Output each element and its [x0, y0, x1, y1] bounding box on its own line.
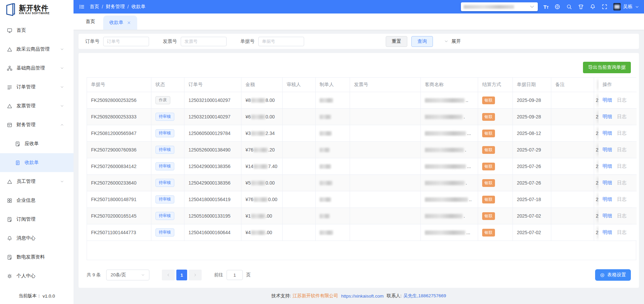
cell-customer: .. — [421, 92, 478, 109]
redacted-customer — [425, 148, 464, 152]
detail-link[interactable]: 明细 — [603, 229, 612, 236]
log-link[interactable]: 日志 — [617, 213, 626, 219]
redacted-maker — [320, 115, 331, 119]
cell-status: 待审核 — [151, 208, 184, 224]
filter-panel: 订单号 发票号 单据号 重置 查询 展开 — [79, 34, 639, 49]
order-no-input[interactable] — [103, 37, 149, 46]
current-page[interactable]: 1 — [176, 270, 187, 280]
reset-button[interactable]: 重置 — [386, 36, 407, 47]
log-link[interactable]: 日志 — [617, 180, 626, 186]
sidebar-menu: 首页政采云商品管理基础商品管理订单管理发票管理财务管理应收单收款单员工管理企业信… — [0, 19, 74, 288]
sidebar-item-7[interactable]: 企业信息 — [0, 191, 74, 210]
detail-link[interactable]: 明细 — [603, 196, 612, 202]
goto-page-input[interactable] — [227, 270, 243, 280]
breadcrumb-home[interactable]: 首页 — [90, 4, 99, 10]
search-icon[interactable] — [566, 4, 572, 10]
cell-remark — [551, 208, 594, 224]
page-size-select[interactable]: 20条/页 — [106, 270, 149, 280]
detail-link[interactable]: 明细 — [603, 130, 612, 136]
log-link[interactable]: 日志 — [617, 114, 626, 120]
cell-customer: . — [421, 142, 478, 158]
pay-badge: 银联 — [482, 229, 495, 237]
sidebar-item-9[interactable]: 消息中心 — [0, 229, 74, 248]
col-header-5: 制单人 — [316, 78, 350, 92]
invoice-no-input[interactable] — [181, 37, 227, 46]
breadcrumb-finance[interactable]: 财务管理 — [106, 4, 125, 10]
sidebar-item-11[interactable]: 个人中心 — [0, 267, 74, 285]
page-unit: 页 — [246, 272, 251, 278]
redacted-amount — [251, 98, 265, 103]
sidebar-item-8[interactable]: 订阅管理 — [0, 210, 74, 229]
redacted-customer — [425, 197, 468, 202]
doc-pen-icon — [7, 217, 12, 222]
close-icon[interactable] — [127, 21, 131, 25]
cell-invoice-no — [350, 224, 421, 241]
bell-icon[interactable] — [590, 4, 596, 10]
next-page-button[interactable] — [189, 270, 202, 280]
log-link[interactable]: 日志 — [617, 147, 626, 153]
tab-receipt-active[interactable]: 收款单 — [103, 16, 137, 30]
query-button[interactable]: 查询 — [411, 36, 433, 47]
cell-maker — [316, 191, 350, 208]
prev-page-button[interactable] — [162, 270, 175, 280]
detail-link[interactable]: 明细 — [603, 147, 612, 153]
menu-fold-icon[interactable] — [79, 4, 85, 10]
log-link[interactable]: 日志 — [617, 97, 626, 103]
global-company-select[interactable] — [461, 2, 538, 11]
target-icon[interactable] — [554, 4, 560, 10]
detail-link[interactable]: 明细 — [603, 114, 612, 120]
sidebar-item-2[interactable]: 基础商品管理 — [0, 59, 74, 78]
sidebar-item-3[interactable]: 订单管理 — [0, 78, 74, 96]
table-settings-button[interactable]: 表格设置 — [595, 269, 631, 281]
tab-home[interactable]: 首页 — [78, 13, 103, 30]
log-link[interactable]: 日志 — [617, 130, 626, 136]
chevron-down-icon — [444, 39, 448, 44]
clipped-cell: 2 — [594, 191, 598, 208]
cell-date: 2025-09-28 — [513, 109, 551, 125]
sidebar-item-0[interactable]: 首页 — [0, 21, 74, 40]
cell-invoice-no — [350, 158, 421, 175]
sidebar: 新开软件 XIN KAI SOFTWARE 首页政采云商品管理基础商品管理订单管… — [0, 0, 74, 304]
website-link[interactable]: https://xinkaisoft.com — [341, 294, 384, 299]
expand-toggle[interactable]: 展开 — [444, 38, 461, 45]
export-button[interactable]: 导出当前查询单据 — [583, 62, 631, 73]
company-name: 江苏新开软件有限公司 — [293, 293, 338, 299]
fullscreen-icon[interactable] — [602, 4, 608, 10]
sidebar-item-1[interactable]: 政采云商品管理 — [0, 40, 74, 59]
sidebar-item-5[interactable]: 财务管理 — [0, 115, 74, 134]
avatar — [613, 3, 621, 10]
table-header-row: 单据号状态订单号金额审核人制单人发票号客商名称结算方式单据日期备注操作 — [87, 78, 636, 92]
log-link[interactable]: 日志 — [617, 163, 626, 169]
detail-link[interactable]: 明细 — [603, 213, 612, 219]
user-menu[interactable]: 吴栋 — [613, 3, 639, 10]
breadcrumb-separator: / — [127, 4, 129, 9]
sidebar-subitem-收款单[interactable]: 收款单 — [0, 153, 74, 172]
col-header-4: 审核人 — [283, 78, 316, 92]
cell-invoice-no — [350, 191, 421, 208]
pay-badge: 银联 — [482, 146, 495, 154]
doc-no-input[interactable] — [258, 37, 304, 46]
col-header-7: 客商名称 — [421, 78, 478, 92]
pay-badge: 银联 — [482, 96, 495, 104]
topbar: 首页 / 财务管理 / 收款单 TT 吴栋 — [74, 0, 644, 13]
cell-amount: ¥50.00 — [241, 175, 283, 191]
sidebar-subitem-应收单[interactable]: 应收单 — [0, 134, 74, 153]
tshirt-icon[interactable] — [578, 4, 584, 10]
detail-link[interactable]: 明细 — [603, 97, 612, 103]
sidebar-item-4[interactable]: 发票管理 — [0, 96, 74, 115]
log-link[interactable]: 日志 — [617, 196, 626, 202]
cell-auditor — [283, 125, 316, 142]
cell-amount: ¥1.00 — [241, 208, 283, 224]
sidebar-item-label: 数电发票资料 — [17, 254, 68, 260]
detail-link[interactable]: 明细 — [603, 180, 612, 186]
font-size-icon[interactable]: TT — [544, 4, 549, 9]
redacted-amount — [251, 181, 265, 185]
sidebar-item-6[interactable]: 员工管理 — [0, 172, 74, 191]
log-link[interactable]: 日志 — [617, 229, 626, 236]
sidebar-item-10[interactable]: 数电发票资料 — [0, 248, 74, 267]
topbar-right: TT 吴栋 — [461, 2, 639, 11]
chevron-up-icon — [60, 123, 64, 127]
cell-ops: 明细日志 — [598, 208, 637, 224]
cell-pay-method: 银联 — [478, 158, 513, 175]
detail-link[interactable]: 明细 — [603, 163, 612, 169]
